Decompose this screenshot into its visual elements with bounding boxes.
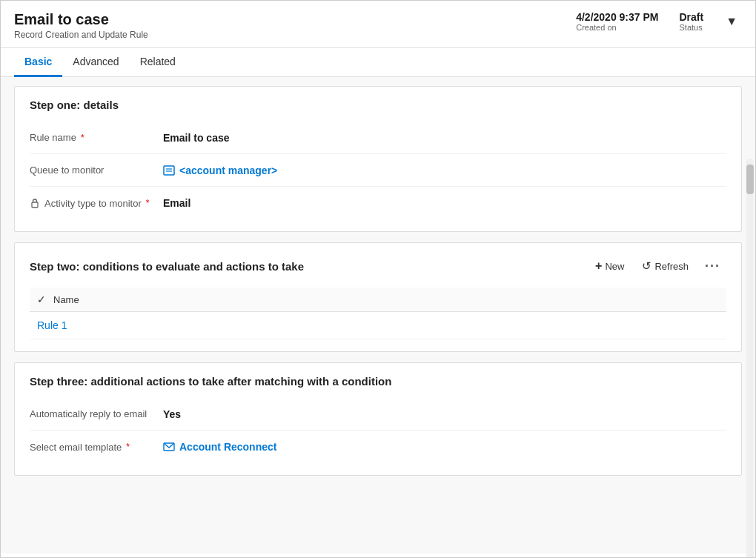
tab-basic[interactable]: Basic <box>14 48 62 77</box>
rule-name-required: * <box>81 133 84 143</box>
step-two-card: Step two: conditions to evaluate and act… <box>14 242 742 352</box>
step-two-title: Step two: conditions to evaluate and act… <box>30 260 304 273</box>
app-header: Email to case Record Creation and Update… <box>1 1 755 48</box>
scrollbar-thumb[interactable] <box>746 165 754 194</box>
refresh-icon: ↺ <box>642 259 651 273</box>
more-options-button[interactable]: ··· <box>699 256 726 277</box>
step-three-title: Step three: additional actions to take a… <box>30 375 726 388</box>
table-header-row: ✓ Name <box>30 288 726 312</box>
main-content: Step one: details Rule name * Email to c… <box>1 77 755 554</box>
status-chevron-button[interactable]: ▼ <box>721 13 742 30</box>
queue-icon <box>163 165 175 176</box>
email-template-required: * <box>126 442 130 452</box>
rule-name-row: Rule name * Email to case <box>30 122 726 154</box>
status-value: Draft <box>679 11 703 23</box>
rule-1-link[interactable]: Rule 1 <box>37 319 67 331</box>
lock-icon <box>30 198 40 208</box>
activity-type-label: Activity type to monitor * <box>30 198 163 209</box>
header-title-area: Email to case Record Creation and Update… <box>14 11 148 40</box>
status-label: Status <box>679 23 703 32</box>
queue-link[interactable]: <account manager> <box>163 165 277 176</box>
scrollbar[interactable] <box>746 159 754 558</box>
created-on-meta: 4/2/2020 9:37 PM Created on <box>576 11 658 32</box>
rule-name-value: Email to case <box>163 132 230 144</box>
email-template-label: Select email template * <box>30 442 163 453</box>
plus-icon: + <box>595 259 602 273</box>
svg-rect-3 <box>32 202 38 207</box>
checkmark-icon: ✓ <box>37 293 46 305</box>
auto-reply-label: Automatically reply to email <box>30 408 163 419</box>
created-on-label: Created on <box>576 23 658 32</box>
activity-type-row: Activity type to monitor * Email <box>30 187 726 219</box>
email-template-row: Select email template * Account Reconnec… <box>30 431 726 463</box>
conditions-table: ✓ Name Rule 1 <box>30 288 726 339</box>
queue-label: Queue to monitor <box>30 165 163 176</box>
status-meta: Draft Status <box>679 11 703 32</box>
tab-advanced[interactable]: Advanced <box>62 48 129 77</box>
step-two-header: Step two: conditions to evaluate and act… <box>30 255 726 277</box>
step-two-toolbar: + New ↺ Refresh ··· <box>588 255 726 277</box>
page-title: Email to case <box>14 11 148 28</box>
activity-type-value: Email <box>163 197 190 209</box>
header-meta-area: 4/2/2020 9:37 PM Created on Draft Status… <box>576 11 742 32</box>
email-template-icon <box>163 441 175 453</box>
page-subtitle: Record Creation and Update Rule <box>14 30 148 40</box>
auto-reply-row: Automatically reply to email Yes <box>30 398 726 431</box>
tab-related[interactable]: Related <box>130 48 186 77</box>
svg-rect-0 <box>164 166 174 175</box>
auto-reply-value: Yes <box>163 408 181 420</box>
step-one-card: Step one: details Rule name * Email to c… <box>14 86 742 232</box>
name-column-header: Name <box>53 294 79 305</box>
email-template-link[interactable]: Account Reconnect <box>163 441 276 453</box>
activity-required: * <box>146 198 150 208</box>
refresh-button[interactable]: ↺ Refresh <box>634 255 696 277</box>
tab-bar: Basic Advanced Related <box>1 48 755 77</box>
table-row: Rule 1 <box>30 312 726 339</box>
rule-name-label: Rule name * <box>30 132 163 143</box>
queue-row: Queue to monitor <account manager> <box>30 154 726 187</box>
header-meta: 4/2/2020 9:37 PM Created on Draft Status <box>576 11 703 32</box>
created-on-value: 4/2/2020 9:37 PM <box>576 11 658 23</box>
content-wrapper: Step one: details Rule name * Email to c… <box>1 77 755 554</box>
new-button[interactable]: + New <box>588 255 631 277</box>
step-three-card: Step three: additional actions to take a… <box>14 362 742 476</box>
step-one-title: Step one: details <box>30 99 726 111</box>
